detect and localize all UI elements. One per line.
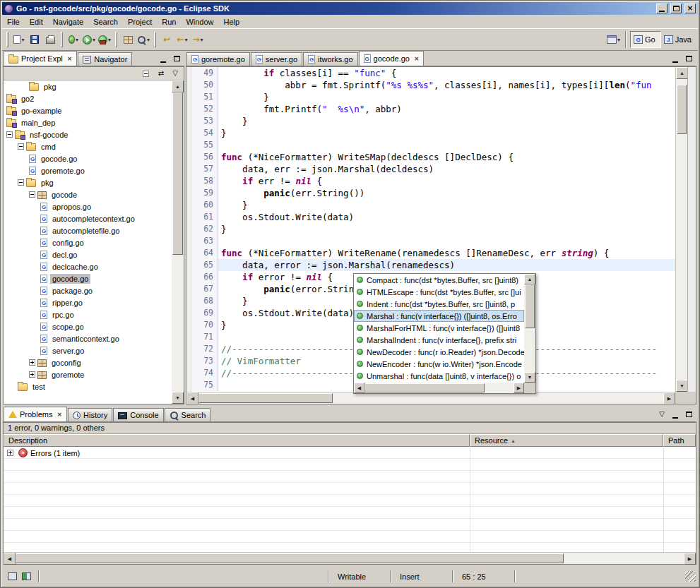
tree-item-autocompletecontext-go[interactable]: Gautocompletecontext.go	[4, 212, 172, 224]
scroll-left-button[interactable]: ◀	[4, 553, 16, 565]
tree-item-test[interactable]: test	[4, 380, 172, 392]
scrollbar-thumb[interactable]	[364, 383, 485, 392]
collapse-toggle-icon[interactable]	[18, 179, 24, 186]
tree-item-apropos-go[interactable]: Gapropos.go	[4, 200, 172, 212]
tree-item-go2[interactable]: go2	[4, 92, 172, 104]
column-header-resource[interactable]: Resource▲	[470, 434, 663, 447]
expand-toggle-icon[interactable]	[29, 359, 35, 366]
tree-item-pkg[interactable]: pkg	[4, 176, 172, 188]
fast-view-button[interactable]	[6, 571, 18, 582]
save-button[interactable]	[27, 31, 42, 48]
open-perspective-button[interactable]: ▾	[605, 31, 622, 48]
tree-item-ripper-go[interactable]: Gripper.go	[4, 296, 172, 308]
link-with-editor-button[interactable]: ⇄	[155, 68, 167, 79]
scrollbar-thumb[interactable]	[198, 393, 333, 403]
editor-tab-gocode-go[interactable]: Ggocode.go×	[359, 51, 425, 66]
tree-item-rpc-go[interactable]: Grpc.go	[4, 308, 172, 320]
tree-item-package-go[interactable]: Gpackage.go	[4, 284, 172, 296]
print-button[interactable]	[42, 31, 58, 48]
last-edit-location-button[interactable]: ↩	[159, 31, 174, 48]
dropdown-arrow-icon[interactable]: ▾	[108, 37, 111, 43]
view-menu-button[interactable]: ▽	[169, 68, 182, 79]
editor-vertical-scrollbar[interactable]: ▲ ▼	[675, 67, 687, 392]
tree-item-nsf-gocode[interactable]: nsf-gocode	[4, 128, 172, 140]
completion-item[interactable]: NewDecoder : func(r io.Reader) *json.Dec…	[354, 346, 524, 358]
completion-item[interactable]: Indent : func(dst *bytes.Buffer, src []u…	[354, 298, 524, 310]
completion-item[interactable]: MarshalForHTML : func(v interface{}) ([]…	[354, 322, 524, 334]
menu-search[interactable]: Search	[88, 16, 123, 28]
menu-help[interactable]: Help	[219, 16, 245, 28]
tree-item-main-dep[interactable]: main_dep	[4, 116, 172, 128]
scrollbar-thumb[interactable]	[677, 85, 687, 134]
tree-item-decl-go[interactable]: Gdecl.go	[4, 248, 172, 260]
perspective-go[interactable]: GGo	[630, 31, 661, 48]
view-tab-problems[interactable]: Problems×	[4, 407, 67, 421]
completion-item[interactable]: NewEncoder : func(w io.Writer) *json.Enc…	[354, 358, 524, 370]
titlebar[interactable]: Go - nsf-gocode/src/pkg/gocode/gocode.go…	[2, 2, 698, 15]
scroll-down-button[interactable]: ▼	[676, 380, 688, 392]
view-tab-console[interactable]: Console	[113, 408, 163, 421]
tree-item-goconfig[interactable]: goconfig	[4, 356, 172, 368]
completion-list[interactable]: Compact : func(dst *bytes.Buffer, src []…	[354, 274, 524, 383]
scroll-right-button[interactable]: ▶	[684, 553, 696, 565]
scrollbar-thumb[interactable]	[525, 284, 535, 328]
completion-item[interactable]: Marshal : func(v interface{}) ([]uint8, …	[354, 310, 524, 322]
problems-row-errors-1-item[interactable]: ×Errors (1 item)	[4, 447, 696, 459]
dropdown-arrow-icon[interactable]: ▾	[93, 37, 95, 43]
scroll-up-button[interactable]: ▲	[676, 67, 688, 79]
maximize-view-button[interactable]	[170, 53, 183, 64]
expand-toggle-icon[interactable]	[7, 450, 13, 456]
toolbar-drag-handle[interactable]	[154, 32, 156, 47]
dropdown-arrow-icon[interactable]: ▾	[185, 37, 188, 43]
perspective-java[interactable]: JJava	[661, 31, 696, 48]
external-tools-button[interactable]: ▾	[97, 31, 112, 48]
toolbar-drag-handle[interactable]	[61, 32, 63, 47]
menu-window[interactable]: Window	[181, 16, 218, 28]
tree-item-pkg[interactable]: pkg	[4, 80, 172, 92]
maximize-button[interactable]	[670, 4, 682, 13]
forward-button[interactable]: →▾	[190, 31, 206, 48]
search-button[interactable]: ▾	[136, 31, 151, 48]
minimize-view-button[interactable]	[157, 53, 170, 64]
view-tab-history[interactable]: History	[68, 408, 112, 421]
tree-item-autocompletefile-go[interactable]: Gautocompletefile.go	[4, 224, 172, 236]
view-tab-search[interactable]: Search	[165, 408, 211, 421]
tree-scrollbar[interactable]: ▲ ▼	[172, 80, 184, 404]
scrollbar-track[interactable]	[524, 284, 535, 372]
resize-grip[interactable]	[685, 571, 696, 582]
code-editor[interactable]: 49 if classes[i] == "func" {50 abbr = fm…	[186, 66, 696, 404]
view-menu-button[interactable]: ▽	[655, 409, 668, 420]
back-button[interactable]: ←▾	[174, 31, 190, 48]
minimize-button[interactable]	[656, 4, 668, 13]
scrollbar-thumb[interactable]	[16, 553, 564, 563]
tree-item-goremote[interactable]: goremote	[4, 368, 172, 380]
popup-vertical-scrollbar[interactable]: ▲ ▼	[524, 274, 535, 383]
overview-ruler[interactable]	[687, 67, 696, 392]
tree-item-gocode-go[interactable]: Ggocode.go	[4, 272, 172, 284]
tree-item-server-go[interactable]: Gserver.go	[4, 344, 172, 356]
collapse-toggle-icon[interactable]	[18, 143, 24, 150]
annotation-ruler[interactable]	[186, 67, 191, 392]
scrollbar-track[interactable]	[172, 92, 184, 392]
popup-horizontal-scrollbar[interactable]: ◀ ▶	[354, 383, 524, 393]
menu-navigate[interactable]: Navigate	[48, 16, 88, 28]
scroll-down-button[interactable]: ▼	[172, 392, 184, 404]
scrollbar-track[interactable]	[676, 79, 687, 380]
problems-horizontal-scrollbar[interactable]: ◀ ▶	[4, 552, 696, 564]
column-divider[interactable]	[663, 447, 664, 552]
tree-item-gocode-go[interactable]: Ggocode.go	[4, 152, 172, 164]
debug-button[interactable]: ▾	[66, 31, 81, 48]
toolbar-drag-handle[interactable]	[115, 32, 117, 47]
minimize-editor-button[interactable]	[669, 53, 682, 64]
tab-close-icon[interactable]: ×	[67, 56, 73, 62]
dropdown-arrow-icon[interactable]: ▾	[617, 37, 620, 43]
scroll-up-button[interactable]: ▲	[524, 274, 535, 284]
dropdown-arrow-icon[interactable]: ▾	[76, 37, 78, 43]
completion-item[interactable]: HTMLEscape : func(dst *bytes.Buffer, src…	[354, 286, 524, 298]
scroll-up-button[interactable]: ▲	[172, 80, 184, 92]
collapse-all-button[interactable]	[141, 68, 153, 79]
editor-tab-itworks-go[interactable]: Gitworks.go	[303, 52, 358, 66]
collapse-toggle-icon[interactable]	[29, 191, 35, 198]
tree-item-declcache-go[interactable]: Gdeclcache.go	[4, 260, 172, 272]
project-tree[interactable]: pkggo2go-examplemain_depnsf-gocodecmdGgo…	[4, 80, 172, 404]
